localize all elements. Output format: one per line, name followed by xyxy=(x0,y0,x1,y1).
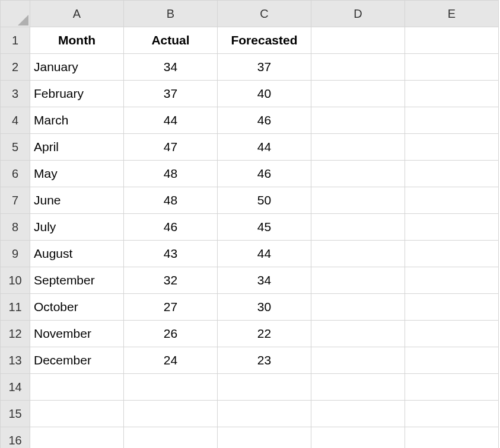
row-header-13[interactable]: 13 xyxy=(1,347,30,374)
cell-D1[interactable] xyxy=(311,27,405,54)
col-header-B[interactable]: B xyxy=(124,1,218,27)
cell-E3[interactable] xyxy=(405,81,499,107)
cell-C7[interactable]: 50 xyxy=(218,187,311,214)
cell-D12[interactable] xyxy=(311,321,405,347)
cell-B12[interactable]: 26 xyxy=(124,321,218,347)
cell-D16[interactable] xyxy=(311,427,405,449)
cell-A12[interactable]: November xyxy=(30,321,124,347)
cell-A1[interactable]: Month xyxy=(30,27,124,54)
cell-D4[interactable] xyxy=(311,107,405,134)
cell-C13[interactable]: 23 xyxy=(218,347,311,374)
cell-D11[interactable] xyxy=(311,294,405,321)
cell-E12[interactable] xyxy=(405,321,499,347)
cell-B5[interactable]: 47 xyxy=(124,134,218,161)
cell-A2[interactable]: January xyxy=(30,54,124,81)
cell-A8[interactable]: July xyxy=(30,214,124,241)
cell-B3[interactable]: 37 xyxy=(124,81,218,107)
row-header-9[interactable]: 9 xyxy=(1,241,30,267)
cell-B6[interactable]: 48 xyxy=(124,161,218,187)
col-header-C[interactable]: C xyxy=(218,1,311,27)
cell-C12[interactable]: 22 xyxy=(218,321,311,347)
row-header-16[interactable]: 16 xyxy=(1,427,30,449)
cell-D15[interactable] xyxy=(311,401,405,427)
cell-B16[interactable] xyxy=(124,427,218,449)
cell-A4[interactable]: March xyxy=(30,107,124,134)
cell-A6[interactable]: May xyxy=(30,161,124,187)
cell-B9[interactable]: 43 xyxy=(124,241,218,267)
cell-B10[interactable]: 32 xyxy=(124,267,218,294)
cell-C6[interactable]: 46 xyxy=(218,161,311,187)
cell-E4[interactable] xyxy=(405,107,499,134)
cell-B15[interactable] xyxy=(124,401,218,427)
cell-A7[interactable]: June xyxy=(30,187,124,214)
cell-A11[interactable]: October xyxy=(30,294,124,321)
cell-C2[interactable]: 37 xyxy=(218,54,311,81)
row-header-14[interactable]: 14 xyxy=(1,374,30,401)
cell-A16[interactable] xyxy=(30,427,124,449)
cell-E7[interactable] xyxy=(405,187,499,214)
cell-C8[interactable]: 45 xyxy=(218,214,311,241)
cell-A9[interactable]: August xyxy=(30,241,124,267)
row-header-15[interactable]: 15 xyxy=(1,401,30,427)
cell-C3[interactable]: 40 xyxy=(218,81,311,107)
cell-D8[interactable] xyxy=(311,214,405,241)
cell-C1[interactable]: Forecasted xyxy=(218,27,311,54)
cell-C16[interactable] xyxy=(218,427,311,449)
row-header-3[interactable]: 3 xyxy=(1,81,30,107)
col-header-D[interactable]: D xyxy=(311,1,405,27)
cell-E6[interactable] xyxy=(405,161,499,187)
row-header-1[interactable]: 1 xyxy=(1,27,30,54)
cell-E5[interactable] xyxy=(405,134,499,161)
cell-B7[interactable]: 48 xyxy=(124,187,218,214)
cell-A10[interactable]: September xyxy=(30,267,124,294)
row-header-8[interactable]: 8 xyxy=(1,214,30,241)
row-header-10[interactable]: 10 xyxy=(1,267,30,294)
cell-C5[interactable]: 44 xyxy=(218,134,311,161)
row-header-4[interactable]: 4 xyxy=(1,107,30,134)
cell-E9[interactable] xyxy=(405,241,499,267)
cell-C4[interactable]: 46 xyxy=(218,107,311,134)
col-header-A[interactable]: A xyxy=(30,1,124,27)
cell-A3[interactable]: February xyxy=(30,81,124,107)
cell-C11[interactable]: 30 xyxy=(218,294,311,321)
cell-E1[interactable] xyxy=(405,27,499,54)
cell-E10[interactable] xyxy=(405,267,499,294)
row-header-6[interactable]: 6 xyxy=(1,161,30,187)
cell-C9[interactable]: 44 xyxy=(218,241,311,267)
row-header-7[interactable]: 7 xyxy=(1,187,30,214)
cell-E2[interactable] xyxy=(405,54,499,81)
cell-B1[interactable]: Actual xyxy=(124,27,218,54)
col-header-E[interactable]: E xyxy=(405,1,499,27)
cell-D10[interactable] xyxy=(311,267,405,294)
cell-E14[interactable] xyxy=(405,374,499,401)
cell-D9[interactable] xyxy=(311,241,405,267)
cell-D7[interactable] xyxy=(311,187,405,214)
cell-E8[interactable] xyxy=(405,214,499,241)
row-header-11[interactable]: 11 xyxy=(1,294,30,321)
cell-B13[interactable]: 24 xyxy=(124,347,218,374)
row-header-12[interactable]: 12 xyxy=(1,321,30,347)
cell-B8[interactable]: 46 xyxy=(124,214,218,241)
cell-B11[interactable]: 27 xyxy=(124,294,218,321)
row-header-2[interactable]: 2 xyxy=(1,54,30,81)
select-all-corner[interactable] xyxy=(1,1,30,27)
cell-C15[interactable] xyxy=(218,401,311,427)
cell-A14[interactable] xyxy=(30,374,124,401)
cell-E15[interactable] xyxy=(405,401,499,427)
cell-D2[interactable] xyxy=(311,54,405,81)
row-header-5[interactable]: 5 xyxy=(1,134,30,161)
cell-A13[interactable]: December xyxy=(30,347,124,374)
cell-D3[interactable] xyxy=(311,81,405,107)
cell-E11[interactable] xyxy=(405,294,499,321)
cell-E16[interactable] xyxy=(405,427,499,449)
cell-D13[interactable] xyxy=(311,347,405,374)
cell-B14[interactable] xyxy=(124,374,218,401)
cell-D14[interactable] xyxy=(311,374,405,401)
cell-E13[interactable] xyxy=(405,347,499,374)
cell-A5[interactable]: April xyxy=(30,134,124,161)
cell-C14[interactable] xyxy=(218,374,311,401)
cell-D6[interactable] xyxy=(311,161,405,187)
cell-A15[interactable] xyxy=(30,401,124,427)
cell-B4[interactable]: 44 xyxy=(124,107,218,134)
cell-B2[interactable]: 34 xyxy=(124,54,218,81)
